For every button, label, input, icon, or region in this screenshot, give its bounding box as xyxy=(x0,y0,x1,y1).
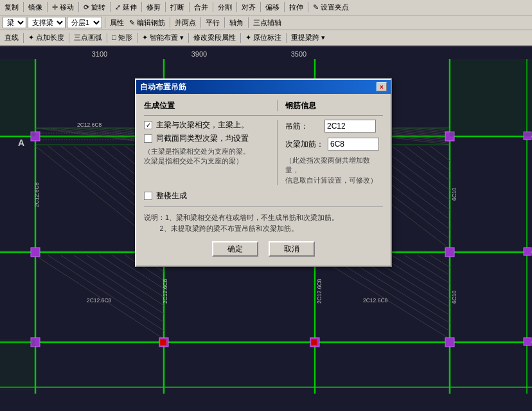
toolbar-parallel[interactable]: 平行 xyxy=(204,17,222,28)
toolbar-in-situ-label[interactable]: ✦ 原位标注 xyxy=(244,32,283,43)
toolbar-line[interactable]: 直线 xyxy=(3,32,21,43)
toolbar-row-1: 复制 镜像 ✛ 移动 ⟳ 旋转 ⤢ 延伸 修剪 打断 合并 分割 对齐 偏移 拉… xyxy=(0,0,532,15)
rebar-note: （此处指次梁两侧共增加数量，信息取自计算设置，可修改） xyxy=(285,156,383,185)
secondary-rebar-label: 次梁加筋： xyxy=(285,139,324,150)
toolbar-two-points[interactable]: 并两点 xyxy=(173,17,198,28)
toolbar-break[interactable]: 打断 xyxy=(168,2,186,13)
toolbar-properties[interactable]: 属性 xyxy=(108,17,126,28)
hanging-rebar-row: 吊筋： xyxy=(285,120,383,132)
toolbar-align[interactable]: 对齐 xyxy=(240,2,258,13)
toolbar-row-2: 梁 支撑梁 分层1 属性 ✎ 编辑钢筋 并两点 平行 轴角 三点辅轴 xyxy=(0,15,532,31)
support-beam-select[interactable]: 支撑梁 xyxy=(28,17,66,28)
instruction-line2: 2、未提取梁跨的梁不布置吊筋和次梁加筋。 xyxy=(159,224,297,232)
dialog-titlebar[interactable]: 自动布置吊筋 × xyxy=(136,80,391,94)
toolbar-mirror[interactable]: 镜像 xyxy=(26,2,44,13)
toolbar-split[interactable]: 分割 xyxy=(216,2,234,13)
primary-secondary-checkbox[interactable] xyxy=(144,121,152,129)
section-header-right: 钢筋信息 xyxy=(277,100,383,111)
primary-secondary-label: 主梁与次梁相交，主梁上。 xyxy=(156,120,249,131)
toolbar-edit-rebar[interactable]: ✎ 编辑钢筋 xyxy=(127,17,167,28)
secondary-rebar-row: 次梁加筋： xyxy=(285,138,383,151)
hanging-rebar-input[interactable] xyxy=(324,120,376,132)
toolbar-offset[interactable]: 偏移 xyxy=(263,2,281,13)
toolbar-axis-angle[interactable]: 轴角 xyxy=(227,17,245,28)
auto-place-hanger-dialog: 自动布置吊筋 × 生成位置 钢筋信息 主梁与次梁相交，主梁上。 xyxy=(135,78,392,267)
whole-floor-label: 整楼生成 xyxy=(156,190,187,201)
toolbar-trim[interactable]: 修剪 xyxy=(145,2,163,13)
dialog-body: 生成位置 钢筋信息 主梁与次梁相交，主梁上。 同截面同类型次梁，均设置 xyxy=(136,94,391,266)
toolbar-move[interactable]: ✛ 移动 xyxy=(50,2,76,13)
checkbox-note: （主梁是指梁相交处为支座的梁。次梁是指相交处不为支座的梁） xyxy=(144,147,270,167)
secondary-rebar-input[interactable] xyxy=(328,138,379,151)
cancel-button[interactable]: 取消 xyxy=(269,241,315,257)
toolbar-arc[interactable]: 三点画弧 xyxy=(72,32,104,43)
dialog-title: 自动布置吊筋 xyxy=(140,82,186,93)
toolbar-rect[interactable]: □ 矩形 xyxy=(110,32,134,43)
toolbar-merge[interactable]: 合并 xyxy=(192,2,210,13)
dialog-right-section: 吊筋： 次梁加筋： （此处指次梁两侧共增加数量，信息取自计算设置，可修改） xyxy=(277,120,383,185)
toolbar-grip[interactable]: ✎ 设置夹点 xyxy=(311,2,351,13)
section-header-left: 生成位置 xyxy=(144,100,277,111)
hanging-rebar-label: 吊筋： xyxy=(285,121,321,132)
layer-select[interactable]: 分层1 xyxy=(67,17,102,28)
dialog-overlay: 自动布置吊筋 × 生成位置 钢筋信息 主梁与次梁相交，主梁上。 xyxy=(0,46,532,411)
toolbar-stretch[interactable]: 拉伸 xyxy=(287,2,305,13)
dialog-left-section: 主梁与次梁相交，主梁上。 同截面同类型次梁，均设置 （主梁是指梁相交处为支座的梁… xyxy=(144,120,277,185)
toolbar-row-3: 直线 ✦ 点加长度 三点画弧 □ 矩形 ✦ 智能布置 ▾ 修改梁段属性 ✦ 原位… xyxy=(0,30,532,46)
dialog-buttons: 确定 取消 xyxy=(144,241,383,259)
whole-floor-checkbox[interactable] xyxy=(144,192,152,200)
dialog-close-button[interactable]: × xyxy=(377,82,387,91)
toolbar: 复制 镜像 ✛ 移动 ⟳ 旋转 ⤢ 延伸 修剪 打断 合并 分割 对齐 偏移 拉… xyxy=(0,0,532,46)
whole-floor-row: 整楼生成 xyxy=(144,190,383,201)
toolbar-rotate[interactable]: ⟳ 旋转 xyxy=(82,2,107,13)
same-type-checkbox-row: 同截面同类型次梁，均设置 xyxy=(144,133,270,144)
toolbar-point-length[interactable]: ✦ 点加长度 xyxy=(26,32,66,43)
instruction-indent xyxy=(144,224,159,232)
primary-secondary-checkbox-row: 主梁与次梁相交，主梁上。 xyxy=(144,120,270,131)
toolbar-smart-layout[interactable]: ✦ 智能布置 ▾ xyxy=(140,32,186,43)
confirm-button[interactable]: 确定 xyxy=(212,241,258,257)
toolbar-three-point-axis[interactable]: 三点辅轴 xyxy=(251,17,283,28)
same-type-label: 同截面同类型次梁，均设置 xyxy=(156,133,249,144)
toolbar-extend[interactable]: ⤢ 延伸 xyxy=(113,2,139,13)
instructions: 说明：1、梁和梁相交处有柱或墙时，不生成吊筋和次梁加筋。 2、未提取梁跨的梁不布… xyxy=(144,206,383,233)
toolbar-reextract-span[interactable]: 重提梁跨 ▾ xyxy=(289,32,327,43)
same-type-checkbox[interactable] xyxy=(144,134,152,143)
instruction-line1: 说明：1、梁和梁相交处有柱或墙时，不生成吊筋和次梁加筋。 xyxy=(144,214,339,221)
toolbar-copy[interactable]: 复制 xyxy=(3,2,21,13)
toolbar-modify-beam[interactable]: 修改梁段属性 xyxy=(191,32,238,43)
beam-type-select[interactable]: 梁 xyxy=(3,17,26,28)
